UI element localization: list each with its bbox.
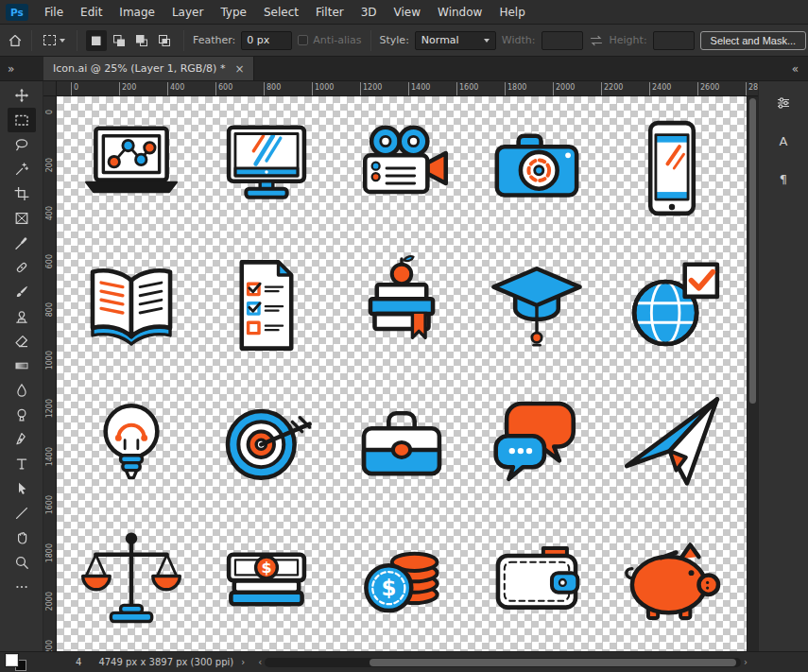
color-swatches[interactable] bbox=[0, 652, 43, 672]
icon-laptop-network bbox=[64, 100, 199, 237]
blur-tool[interactable] bbox=[8, 378, 36, 403]
style-dropdown[interactable]: Normal bbox=[415, 31, 496, 50]
icon-target-arrow bbox=[199, 374, 335, 511]
icon-video-camera bbox=[335, 100, 470, 237]
rectangular-marquee-tool[interactable] bbox=[8, 108, 36, 132]
vertical-ruler[interactable]: 0200400600800100012001400160018002000220… bbox=[43, 96, 57, 651]
style-value: Normal bbox=[421, 34, 459, 46]
character-panel-icon[interactable]: A bbox=[769, 129, 798, 153]
menubar: Ps FileEditImageLayerTypeSelectFilter3DV… bbox=[0, 0, 808, 25]
line-tool[interactable] bbox=[8, 501, 36, 526]
subtract-from-selection-button[interactable] bbox=[131, 30, 152, 51]
swap-dimensions-icon[interactable] bbox=[589, 33, 604, 48]
tool-preset-dropdown[interactable] bbox=[41, 33, 68, 47]
anti-alias-option[interactable]: Anti-alias bbox=[298, 34, 361, 46]
hand-tool[interactable] bbox=[8, 526, 36, 550]
menu-window[interactable]: Window bbox=[429, 6, 490, 19]
photoshop-logo-icon[interactable]: Ps bbox=[6, 4, 28, 21]
lasso-tool[interactable] bbox=[8, 132, 36, 157]
horizontal-scrollbar-thumb[interactable] bbox=[370, 659, 736, 666]
add-to-selection-button[interactable] bbox=[109, 30, 129, 51]
horizontal-ruler[interactable]: 0200400600800100012001400160018002000220… bbox=[43, 81, 758, 96]
canvas[interactable] bbox=[57, 96, 747, 651]
clone-stamp-tool[interactable] bbox=[8, 304, 36, 329]
panels-collapse-toggle[interactable]: « bbox=[792, 57, 808, 80]
intersect-selection-button[interactable] bbox=[154, 30, 175, 51]
menu-3d[interactable]: 3D bbox=[352, 6, 386, 19]
separator bbox=[370, 30, 371, 51]
ruler-label: 800 bbox=[264, 82, 281, 95]
menu-type[interactable]: Type bbox=[212, 6, 255, 19]
workspace: 0200400600800100012001400160018002000220… bbox=[0, 81, 808, 651]
paragraph-panel-icon[interactable]: ¶ bbox=[769, 166, 798, 191]
foreground-color-swatch[interactable] bbox=[6, 654, 18, 666]
status-bar: 4 4749 px x 3897 px (300 ppi) › ‹ › bbox=[0, 651, 808, 672]
anti-alias-checkbox[interactable] bbox=[298, 35, 308, 45]
icon-chat-bubbles bbox=[469, 374, 604, 511]
vertical-scrollbar-thumb[interactable] bbox=[749, 98, 756, 404]
ruler-label: 600 bbox=[215, 82, 232, 95]
path-selection-tool[interactable] bbox=[8, 476, 36, 501]
pen-tool[interactable] bbox=[8, 427, 36, 452]
ruler-label: 2200 bbox=[45, 640, 54, 651]
menu-select[interactable]: Select bbox=[255, 6, 307, 19]
home-button[interactable] bbox=[8, 28, 23, 53]
separator bbox=[77, 30, 77, 51]
dodge-tool[interactable] bbox=[8, 403, 36, 427]
zoom-level-text[interactable]: 4 bbox=[76, 657, 81, 667]
ruler-label: 1200 bbox=[360, 82, 382, 95]
eyedropper-tool[interactable] bbox=[8, 231, 36, 255]
ruler-label: 2600 bbox=[697, 82, 719, 95]
ruler-label: 1200 bbox=[45, 399, 54, 418]
ruler-label: 1600 bbox=[45, 495, 54, 514]
character-panel-glyph: A bbox=[780, 134, 788, 148]
adjustments-panel-icon[interactable] bbox=[769, 91, 798, 115]
menu-filter[interactable]: Filter bbox=[307, 6, 352, 19]
tab-strip: » Icon.ai @ 25% (Layer 1, RGB/8) * × « bbox=[0, 57, 808, 81]
ruler-label: 0 bbox=[71, 82, 78, 95]
ruler-label: 1400 bbox=[408, 82, 430, 95]
ruler-origin-corner[interactable] bbox=[43, 81, 57, 95]
object-selection-tool[interactable] bbox=[8, 157, 36, 181]
status-options-arrow[interactable]: › bbox=[241, 657, 245, 667]
ruler-label: 2000 bbox=[553, 82, 575, 95]
toolbar-expand-toggle[interactable]: » bbox=[0, 57, 43, 80]
type-tool[interactable] bbox=[8, 452, 36, 476]
scroll-right-icon[interactable]: › bbox=[744, 657, 748, 667]
scroll-left-icon[interactable]: ‹ bbox=[258, 657, 262, 667]
edit-toolbar-tool[interactable] bbox=[8, 575, 36, 599]
crop-tool[interactable] bbox=[8, 181, 36, 206]
menu-help[interactable]: Help bbox=[490, 6, 533, 19]
icon-camera bbox=[469, 100, 604, 237]
menu-view[interactable]: View bbox=[386, 6, 429, 19]
spot-healing-brush-tool[interactable] bbox=[8, 255, 36, 280]
frame-tool[interactable] bbox=[8, 206, 36, 231]
menu-image[interactable]: Image bbox=[111, 6, 163, 19]
icon-smartphone bbox=[604, 100, 739, 237]
horizontal-scrollbar[interactable] bbox=[265, 658, 741, 667]
feather-input[interactable]: 0 px bbox=[241, 31, 292, 50]
new-selection-button[interactable] bbox=[86, 30, 107, 51]
options-bar: Feather: 0 px Anti-alias Style: Normal W… bbox=[0, 25, 808, 57]
width-input[interactable] bbox=[542, 31, 583, 50]
vertical-scrollbar[interactable] bbox=[747, 96, 758, 651]
icon-money-stack bbox=[199, 510, 335, 647]
icon-piggy-bank bbox=[604, 510, 739, 647]
icon-coins bbox=[335, 510, 470, 647]
ruler-label: 2800 bbox=[746, 82, 758, 95]
select-and-mask-button[interactable]: Select and Mask... bbox=[700, 31, 807, 50]
zoom-tool[interactable] bbox=[8, 550, 36, 575]
document-tab[interactable]: Icon.ai @ 25% (Layer 1, RGB/8) * × bbox=[43, 57, 254, 80]
menu-edit[interactable]: Edit bbox=[72, 6, 111, 19]
icon-briefcase bbox=[335, 374, 470, 511]
height-input[interactable] bbox=[653, 31, 695, 50]
eraser-tool[interactable] bbox=[8, 329, 36, 353]
brush-tool[interactable] bbox=[8, 280, 36, 304]
move-tool[interactable] bbox=[8, 83, 36, 108]
panels-dock: A¶ bbox=[758, 81, 808, 651]
close-icon[interactable]: × bbox=[234, 62, 244, 76]
menu-file[interactable]: File bbox=[36, 6, 72, 19]
ruler-label: 600 bbox=[45, 254, 54, 268]
gradient-tool[interactable] bbox=[8, 353, 36, 378]
menu-layer[interactable]: Layer bbox=[163, 6, 212, 19]
